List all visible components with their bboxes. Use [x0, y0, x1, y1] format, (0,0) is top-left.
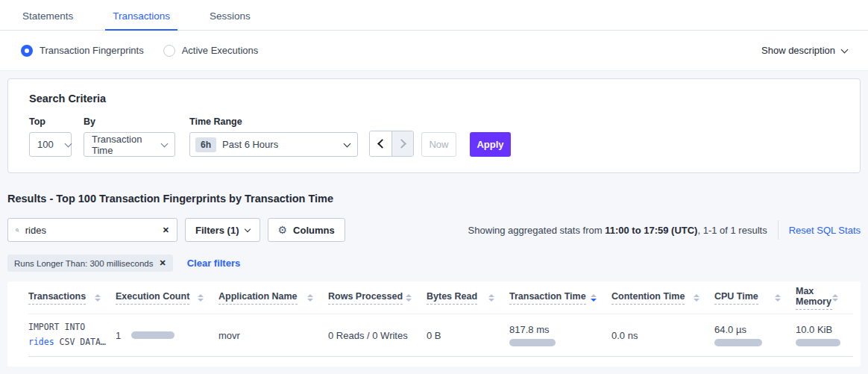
sort-icon: [488, 294, 494, 302]
time-range-arrows: [369, 131, 414, 157]
radio-label: Transaction Fingerprints: [40, 45, 144, 56]
clear-search-icon[interactable]: ✕: [163, 225, 169, 235]
radio-active-executions[interactable]: Active Executions: [163, 45, 259, 57]
transaction-time-cell: 817.8 ms: [509, 324, 611, 346]
search-criteria-title: Search Criteria: [29, 93, 839, 105]
sort-icon: [406, 294, 412, 302]
show-description-label: Show description: [761, 45, 835, 56]
time-range-value: Past 6 Hours: [222, 139, 278, 150]
cpu-time-cell: 64.0 µs: [714, 324, 796, 346]
filter-chip-label: Runs Longer Than: 300 milliseconds: [14, 259, 153, 268]
bytes-read-cell: 0 B: [427, 330, 509, 341]
top-value: 100: [37, 139, 54, 150]
show-description-toggle[interactable]: Show description: [761, 45, 847, 56]
gear-icon: ⚙: [278, 225, 288, 235]
chevron-down-icon: [244, 225, 250, 231]
execution-count-cell: 1: [116, 330, 218, 341]
chevron-right-icon: [397, 139, 406, 149]
sort-icon: [95, 294, 101, 302]
tab-statements[interactable]: Statements: [21, 3, 75, 30]
previous-time-range-button[interactable]: [370, 131, 391, 156]
rows-processed-cell: 0 Reads / 0 Writes: [328, 330, 427, 341]
chevron-down-icon: [64, 140, 72, 147]
column-header-application-name[interactable]: Application Name: [218, 291, 328, 305]
application-name-cell: movr: [218, 330, 328, 341]
remove-filter-icon[interactable]: ✕: [159, 258, 166, 268]
chevron-down-icon: [161, 140, 169, 147]
columns-label: Columns: [293, 225, 335, 236]
column-header-bytes-read[interactable]: Bytes Read: [427, 291, 509, 305]
filters-label: Filters (1): [195, 225, 239, 236]
vertical-divider: [778, 220, 779, 240]
column-header-transactions[interactable]: Transactions: [28, 291, 116, 305]
max-memory-cell: 10.0 KiB: [796, 324, 853, 346]
max-memory-bar: [796, 339, 840, 346]
transaction-link[interactable]: rides: [28, 337, 54, 347]
filters-button[interactable]: Filters (1): [185, 218, 260, 242]
column-header-execution-count[interactable]: Execution Count: [116, 291, 218, 305]
column-header-rows-processed[interactable]: Rows Processed: [328, 291, 427, 305]
radio-label: Active Executions: [182, 45, 259, 56]
sort-icon: [307, 294, 313, 302]
top-tab-bar: Statements Transactions Sessions: [0, 0, 868, 31]
sort-desc-icon: [591, 294, 597, 302]
apply-button[interactable]: Apply: [470, 132, 511, 157]
tab-sessions[interactable]: Sessions: [208, 3, 252, 30]
table-header-row: Transactions Execution Count Application…: [28, 281, 853, 314]
radio-unselected-icon: [163, 45, 175, 57]
by-select[interactable]: Transaction Time: [84, 132, 175, 157]
applied-filters-row: Runs Longer Than: 300 milliseconds ✕ Cle…: [7, 255, 861, 272]
top-select[interactable]: 100: [29, 132, 72, 157]
results-toolbar: ✕ Filters (1) ⚙ Columns Showing aggregat…: [7, 218, 861, 242]
time-range-label: Time Range: [189, 116, 358, 127]
top-label: Top: [29, 116, 84, 127]
results-heading: Results - Top 100 Transaction Fingerprin…: [7, 193, 861, 205]
chevron-down-icon: [841, 46, 849, 53]
search-input[interactable]: [25, 225, 157, 236]
search-criteria-card: Search Criteria Top 100 By Transaction T…: [7, 78, 861, 173]
transactions-page: Statements Transactions Sessions Transac…: [0, 0, 868, 374]
execution-count-bar: [131, 331, 174, 339]
radio-transaction-fingerprints[interactable]: Transaction Fingerprints: [21, 45, 144, 57]
time-range-badge: 6h: [195, 137, 216, 152]
search-icon: [16, 225, 19, 235]
next-time-range-button[interactable]: [391, 131, 413, 156]
column-header-contention-time[interactable]: Contention Time: [611, 291, 714, 305]
table-row: IMPORT INTO rides CSV DATA… 1 movr 0 Rea…: [28, 314, 853, 357]
sort-icon: [832, 294, 838, 302]
view-toggle-row: Transaction Fingerprints Active Executio…: [0, 31, 868, 71]
chevron-down-icon: [344, 140, 351, 147]
by-value: Transaction Time: [92, 134, 150, 156]
sort-icon: [198, 294, 204, 302]
reset-sql-stats-link[interactable]: Reset SQL Stats: [789, 225, 861, 236]
column-header-transaction-time[interactable]: Transaction Time: [509, 291, 611, 305]
sort-icon: [694, 294, 699, 302]
contention-time-cell: 0.0 ns: [611, 330, 714, 341]
by-label: By: [84, 116, 189, 127]
results-table: Transactions Execution Count Application…: [7, 281, 861, 367]
tab-transactions[interactable]: Transactions: [111, 3, 172, 30]
clear-filters-link[interactable]: Clear filters: [187, 258, 241, 269]
transaction-time-bar: [509, 339, 556, 346]
aggregated-stats-text: Showing aggregated stats from 11:00 to 1…: [468, 225, 767, 236]
filter-chip: Runs Longer Than: 300 milliseconds ✕: [7, 255, 173, 272]
now-button[interactable]: Now: [421, 132, 456, 157]
columns-button[interactable]: ⚙ Columns: [268, 218, 345, 242]
time-range-select[interactable]: 6h Past 6 Hours: [189, 132, 358, 157]
search-box: ✕: [7, 218, 177, 242]
column-header-max-memory[interactable]: Max Memory: [796, 286, 853, 310]
sort-icon: [775, 294, 781, 302]
cpu-time-bar: [714, 339, 762, 346]
column-header-cpu-time[interactable]: CPU Time: [714, 291, 796, 305]
chevron-left-icon: [377, 139, 387, 149]
transaction-fingerprint-cell[interactable]: IMPORT INTO rides CSV DATA…: [28, 320, 116, 349]
radio-selected-icon: [21, 45, 33, 57]
